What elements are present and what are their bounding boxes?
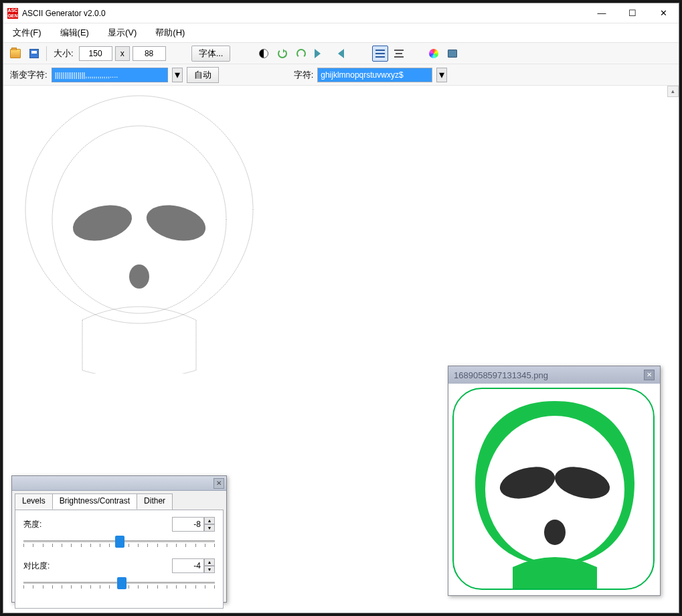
flip-h-button[interactable] bbox=[312, 46, 328, 62]
gradient-dropdown[interactable]: ▾ bbox=[172, 68, 183, 82]
brightness-contrast-panel[interactable]: ✕ Levels Brightness/Contrast Dither 亮度: … bbox=[11, 475, 227, 603]
source-image-panel[interactable]: 1689058597131345.png ✕ bbox=[448, 366, 661, 596]
close-button[interactable]: ✕ bbox=[648, 3, 679, 23]
source-filename: 1689058597131345.png bbox=[454, 370, 644, 380]
toolbar-secondary: 渐变字符: ||||||||||||||||,,,,,,,,,,,,.... ▾… bbox=[3, 64, 679, 86]
save-icon bbox=[29, 49, 39, 58]
source-panel-titlebar[interactable]: 1689058597131345.png ✕ bbox=[448, 366, 660, 384]
svg-point-4 bbox=[129, 264, 149, 289]
ascii-art-preview bbox=[15, 92, 263, 374]
height-input[interactable] bbox=[133, 46, 166, 61]
separator bbox=[46, 46, 47, 61]
color-palette-button[interactable] bbox=[426, 46, 442, 62]
align-justify-icon bbox=[375, 50, 385, 58]
font-button[interactable]: 字体... bbox=[191, 46, 231, 62]
contrast-down[interactable]: ▼ bbox=[204, 566, 215, 573]
menu-edit[interactable]: 编辑(E) bbox=[56, 25, 93, 40]
tab-dither[interactable]: Dither bbox=[137, 493, 173, 510]
contrast-label: 对比度: bbox=[23, 560, 172, 572]
flip-v-button[interactable] bbox=[331, 46, 347, 62]
gradient-value: ||||||||||||||||,,,,,,,,,,,,.... bbox=[55, 71, 118, 79]
brightness-down[interactable]: ▼ bbox=[204, 524, 215, 532]
window-title: ASCII Generator v2.0.0 bbox=[22, 9, 586, 18]
menubar: 文件(F) 编辑(E) 显示(V) 帮助(H) bbox=[3, 23, 679, 42]
source-image bbox=[452, 388, 655, 590]
open-button[interactable] bbox=[7, 46, 23, 62]
svg-point-3 bbox=[143, 200, 209, 246]
align-text-button[interactable] bbox=[391, 46, 407, 62]
refresh-ccw-button[interactable] bbox=[293, 46, 309, 62]
svg-point-2 bbox=[69, 200, 135, 246]
menu-file[interactable]: 文件(F) bbox=[9, 25, 46, 40]
bc-panel-titlebar[interactable]: ✕ bbox=[12, 476, 226, 491]
contrast-icon bbox=[259, 49, 268, 58]
width-input[interactable] bbox=[79, 46, 112, 61]
refresh-ccw-icon bbox=[296, 49, 306, 58]
palette-icon bbox=[429, 49, 438, 58]
brightness-slider[interactable] bbox=[23, 534, 215, 550]
maximize-button[interactable]: ☐ bbox=[617, 3, 648, 23]
contrast-up[interactable]: ▲ bbox=[204, 558, 215, 566]
align-lines-icon bbox=[394, 50, 404, 58]
char-label: 字符: bbox=[294, 69, 314, 81]
auto-button[interactable]: 自动 bbox=[187, 67, 219, 83]
scroll-up-icon[interactable]: ▴ bbox=[667, 86, 679, 97]
titlebar[interactable]: ASCGEN ASCII Generator v2.0.0 — ☐ ✕ bbox=[3, 3, 679, 23]
menu-view[interactable]: 显示(V) bbox=[104, 25, 141, 40]
triangle-left-icon bbox=[333, 49, 344, 58]
contrast-slider[interactable] bbox=[23, 576, 215, 592]
brightness-label: 亮度: bbox=[23, 519, 172, 530]
bc-panel-close-button[interactable]: ✕ bbox=[214, 478, 224, 489]
svg-point-0 bbox=[25, 96, 253, 323]
folder-open-icon bbox=[10, 49, 21, 58]
bc-tabs: Levels Brightness/Contrast Dither bbox=[12, 493, 226, 510]
tab-levels[interactable]: Levels bbox=[15, 493, 53, 510]
source-image-body bbox=[448, 384, 660, 594]
align-justify-button[interactable] bbox=[372, 46, 388, 62]
toolbar-main: 大小: x 字体... bbox=[3, 42, 679, 64]
triangle-right-icon bbox=[315, 49, 325, 58]
brightness-input[interactable] bbox=[172, 517, 204, 532]
char-dropdown[interactable]: ▾ bbox=[436, 68, 447, 82]
contrast-button[interactable] bbox=[256, 46, 272, 62]
size-x-separator: x bbox=[115, 46, 130, 61]
refresh-cw-button[interactable] bbox=[274, 46, 290, 62]
size-label: 大小: bbox=[54, 48, 74, 60]
save-button[interactable] bbox=[26, 46, 42, 62]
tab-brightness-contrast[interactable]: Brightness/Contrast bbox=[52, 493, 137, 510]
char-input[interactable]: ghijklmnopqrstuvwxyz$ bbox=[317, 68, 432, 82]
app-icon: ASCGEN bbox=[7, 8, 18, 19]
char-value: ghijklmnopqrstuvwxyz$ bbox=[321, 70, 403, 80]
contrast-input[interactable] bbox=[172, 558, 204, 573]
bc-tab-body: 亮度: ▲▼ 对比度: ▲▼ bbox=[15, 510, 224, 609]
refresh-cw-icon bbox=[278, 49, 287, 58]
display-button[interactable] bbox=[444, 46, 460, 62]
brightness-up[interactable]: ▲ bbox=[204, 517, 215, 524]
menu-help[interactable]: 帮助(H) bbox=[151, 25, 189, 40]
source-panel-close-button[interactable]: ✕ bbox=[644, 370, 655, 380]
minimize-button[interactable]: — bbox=[586, 3, 617, 23]
gradient-label: 渐变字符: bbox=[10, 69, 48, 81]
gradient-combo[interactable]: ||||||||||||||||,,,,,,,,,,,,.... bbox=[52, 68, 168, 82]
monitor-icon bbox=[448, 50, 457, 58]
svg-point-8 bbox=[544, 520, 566, 545]
